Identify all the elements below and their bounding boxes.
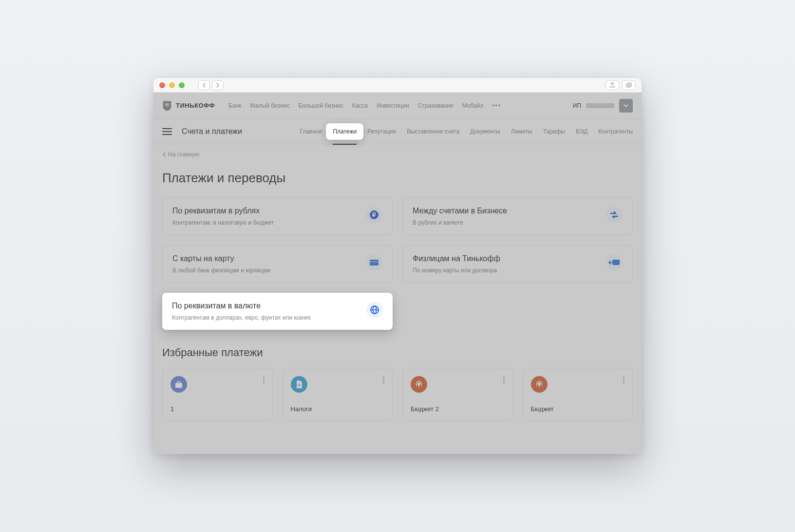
logo[interactable]: ТИНЬКОФФ xyxy=(162,100,215,111)
favorite-label: Налоги xyxy=(291,405,385,413)
card-icon xyxy=(366,254,382,271)
ruble-icon: ₽ xyxy=(366,207,382,223)
sub-tab[interactable]: Выставление счета xyxy=(407,128,459,135)
favorite-card[interactable]: 1 xyxy=(162,368,273,421)
swap-icon xyxy=(606,207,623,223)
doc-icon xyxy=(291,376,307,393)
emblem-icon xyxy=(411,376,427,393)
favorite-menu-button[interactable] xyxy=(623,376,625,383)
receive-card-icon xyxy=(606,254,623,271)
payment-cards-grid: По реквизитам в рублях Контрагентам, в н… xyxy=(162,197,633,330)
card-desc: В рублях и валюте xyxy=(413,219,507,226)
hamburger-menu-button[interactable] xyxy=(162,128,172,135)
svg-text:₽: ₽ xyxy=(372,211,376,218)
top-link[interactable]: Малый бизнес xyxy=(250,102,290,109)
page-content: ТИНЬКОФФ Банк Малый бизнес Большой бизне… xyxy=(153,93,642,454)
card-desc: В любой банк физлицам и юрлицам xyxy=(172,267,270,274)
sub-tab[interactable]: ВЭД xyxy=(576,128,587,135)
sub-tab[interactable]: Главное xyxy=(300,128,322,135)
card-title: Физлицам на Тинькофф xyxy=(413,254,500,263)
top-link[interactable]: Большой бизнес xyxy=(298,102,343,109)
payment-card[interactable]: Между счетами в Бизнесе В рублях и валют… xyxy=(402,197,633,235)
chevron-left-icon xyxy=(162,152,166,157)
payment-card[interactable]: По реквизитам в рублях Контрагентам, в н… xyxy=(162,197,393,235)
top-links: Банк Малый бизнес Большой бизнес Касса И… xyxy=(228,102,501,109)
top-link[interactable]: Касса xyxy=(352,102,368,109)
top-nav: ТИНЬКОФФ Банк Малый бизнес Большой бизне… xyxy=(153,93,642,119)
shield-icon xyxy=(162,100,172,111)
breadcrumb-label: На главную xyxy=(168,151,199,158)
favorite-card[interactable]: Бюджет xyxy=(523,368,633,421)
user-block[interactable]: ИП xyxy=(573,99,633,113)
traffic-lights xyxy=(159,82,185,88)
payment-card[interactable]: Физлицам на Тинькофф По номеру карты или… xyxy=(402,245,633,283)
sub-tab[interactable]: Репутация xyxy=(367,128,396,135)
top-link[interactable]: Банк xyxy=(228,102,241,109)
card-title: С карты на карту xyxy=(172,254,270,263)
sub-tabs: ГлавноеПлатежиРепутацияВыставление счета… xyxy=(300,128,633,135)
more-menu-button[interactable]: ••• xyxy=(492,102,501,109)
card-title: Между счетами в Бизнесе xyxy=(413,207,507,215)
browser-window: ТИНЬКОФФ Банк Малый бизнес Большой бизне… xyxy=(153,78,642,454)
svg-rect-6 xyxy=(370,261,379,263)
chevron-down-icon xyxy=(623,104,629,108)
forward-button[interactable] xyxy=(212,80,224,90)
user-name-redacted xyxy=(586,103,614,108)
card-desc: По номеру карты или договора xyxy=(413,267,500,274)
favorite-label: Бюджет 2 xyxy=(411,405,505,413)
svg-rect-2 xyxy=(165,103,169,106)
svg-rect-5 xyxy=(370,260,379,266)
card-desc: Контрагентам в долларах, евро, фунтах ил… xyxy=(172,314,311,321)
sub-tab[interactable]: Лимиты xyxy=(511,128,532,135)
card-desc: Контрагентам, в налоговую и бюджет xyxy=(172,219,274,226)
svg-point-16 xyxy=(538,382,541,385)
sub-tab[interactable]: Контрагенты xyxy=(598,128,633,135)
avatar[interactable] xyxy=(619,99,633,113)
payment-card[interactable]: С карты на карту В любой банк физлицам и… xyxy=(162,245,393,283)
favorite-label: Бюджет xyxy=(531,405,625,413)
favorite-menu-button[interactable] xyxy=(383,376,384,383)
favorite-menu-button[interactable] xyxy=(503,376,505,383)
share-button[interactable] xyxy=(606,80,619,90)
svg-rect-7 xyxy=(612,260,620,265)
maximize-window-button[interactable] xyxy=(179,82,185,88)
breadcrumb[interactable]: На главную xyxy=(153,144,642,163)
close-window-button[interactable] xyxy=(159,82,165,88)
card-title: По реквизитам в валюте xyxy=(172,302,311,310)
top-link[interactable]: Страхование xyxy=(418,102,454,109)
payment-card[interactable]: По реквизитам в валюте Контрагентам в до… xyxy=(162,293,393,330)
section-title: Счета и платежи xyxy=(182,127,242,136)
browser-titlebar xyxy=(153,78,642,93)
favorite-card[interactable]: Бюджет 2 xyxy=(402,368,513,421)
favorite-label: 1 xyxy=(170,405,265,413)
tabs-button[interactable] xyxy=(622,80,636,90)
favorites-heading: Избранные платежи xyxy=(162,346,633,359)
svg-rect-12 xyxy=(177,381,180,383)
globe-icon xyxy=(366,302,383,318)
content-inner: Платежи и переводы По реквизитам в рубля… xyxy=(153,171,642,433)
favorite-menu-button[interactable] xyxy=(263,376,265,383)
favorites-grid: 1 Налоги Бюджет 2 Бюджет xyxy=(162,368,633,421)
user-prefix: ИП xyxy=(573,102,581,109)
card-title: По реквизитам в рублях xyxy=(172,207,274,215)
page-title: Платежи и переводы xyxy=(162,171,633,186)
sub-tab[interactable]: Документы xyxy=(470,128,500,135)
sub-tab-active-highlight[interactable]: Платежи xyxy=(326,123,363,140)
sub-tab[interactable]: Платежи xyxy=(333,128,357,145)
brand-text: ТИНЬКОФФ xyxy=(176,102,215,109)
briefcase-icon xyxy=(170,376,187,393)
favorite-card[interactable]: Налоги xyxy=(283,368,393,421)
minimize-window-button[interactable] xyxy=(169,82,175,88)
top-link[interactable]: Мобайл xyxy=(462,102,484,109)
sub-tab[interactable]: Тарифы xyxy=(543,128,565,135)
back-button[interactable] xyxy=(198,80,210,90)
top-link[interactable]: Инвестиции xyxy=(377,102,409,109)
svg-point-15 xyxy=(417,382,420,385)
emblem-icon xyxy=(531,376,548,393)
nav-arrows xyxy=(198,80,224,90)
sub-nav: Счета и платежи ГлавноеПлатежиРепутацияВ… xyxy=(153,119,642,144)
